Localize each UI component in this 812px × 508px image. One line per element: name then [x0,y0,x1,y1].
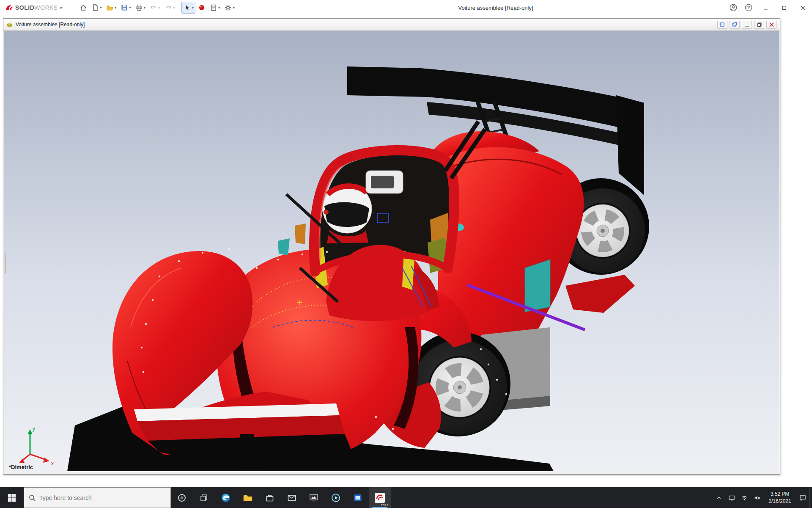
blue-window-icon [720,22,725,27]
home-button[interactable] [78,2,89,14]
close-icon [801,6,805,10]
dropdown-arrow-icon[interactable]: ▾ [173,6,175,10]
app-window-title: Voiture assemblee [Read-only] [458,0,533,15]
windows-taskbar: 2021 3:52 PM 2/16/2021 [0,487,812,508]
taskbar-app-photos[interactable] [303,487,325,508]
dropdown-arrow-icon[interactable]: ▾ [218,6,220,10]
volume-tray-button[interactable] [751,487,763,508]
document-title: Voiture assemblee [Read-only] [16,22,85,28]
hidden-icons-button[interactable] [713,487,725,508]
graphics-viewport[interactable]: x y *Dimetric [4,31,779,474]
blue-app-icon [353,493,363,503]
help-icon: ? [744,3,753,12]
solidworks-2021-icon [374,492,385,503]
windows-logo-icon [8,494,16,502]
taskbar-app-edge[interactable] [215,487,237,508]
document-window: Voiture assemblee [Read-only] [3,18,780,475]
clock-date: 2/16/2021 [768,498,791,505]
taskbar-app-mail[interactable] [281,487,303,508]
featuremanager-splitter[interactable] [4,254,6,273]
taskbar-app-store[interactable] [259,487,281,508]
help-button[interactable]: ? [741,0,756,15]
network-tray-button[interactable] [738,487,751,508]
close-button[interactable] [793,0,812,15]
task-view-button[interactable] [193,487,215,508]
display-icon [728,494,735,501]
file-properties-button[interactable]: ▾ [208,2,222,14]
solidworks-logo: SOLIDWORKS ▸ [0,4,67,11]
ds-logo-icon [5,4,14,11]
svg-text:?: ? [747,5,750,10]
options-button[interactable]: ▾ [222,2,236,14]
undo-icon [150,4,157,11]
display-tray-button[interactable] [725,487,738,508]
volume-muted-icon [754,494,760,501]
user-account-icon [729,3,738,12]
new-document-icon [91,4,99,11]
dropdown-arrow-icon[interactable]: ▾ [144,6,146,10]
search-input[interactable] [39,494,166,501]
minimize-icon [745,22,749,27]
dropdown-arrow-icon[interactable]: ▾ [129,6,131,10]
doc-restore-button[interactable] [754,21,764,29]
home-icon [80,4,87,11]
chevron-up-icon [716,495,722,501]
redo-button[interactable]: ▾ [163,2,177,14]
action-center-button[interactable] [796,487,809,508]
brand-text: SOLID [15,4,34,11]
edge-icon [221,493,231,503]
select-cursor-icon [183,4,191,11]
save-button[interactable]: ▾ [119,2,133,14]
cortana-icon [177,493,187,502]
dropdown-arrow-icon[interactable]: ▾ [100,6,102,10]
search-icon [28,494,36,502]
brand-expand-arrow-icon[interactable]: ▸ [60,5,63,10]
new-document-button[interactable]: ▾ [90,2,104,14]
view-orientation-label: *Dimetric [9,464,33,470]
save-icon [121,4,128,11]
file-properties-icon [210,4,217,11]
task-view-icon [200,494,208,502]
maximize-button[interactable] [775,0,793,15]
taskbar-app-window[interactable] [347,487,369,508]
quick-access-toolbar: ▾ ▾ ▾ ▾ ▾ ▾ [78,2,236,14]
doc-minimize-button[interactable] [742,21,752,29]
select-tool-button[interactable]: ▾ [181,2,195,14]
side-mirror[interactable] [366,171,403,193]
maximize-icon [782,6,787,10]
print-icon [135,4,143,11]
mail-icon [287,493,297,503]
document-titlebar[interactable]: Voiture assemblee [Read-only] [3,19,780,31]
start-button[interactable] [0,487,24,508]
system-tray [713,487,763,508]
print-button[interactable]: ▾ [134,2,148,14]
minimize-button[interactable] [756,0,775,15]
taskbar-app-solidworks[interactable]: 2021 [369,487,391,508]
photos-icon [309,493,319,503]
show-desktop-button[interactable] [809,487,812,508]
dropdown-arrow-icon[interactable]: ▾ [158,6,160,10]
dropdown-arrow-icon[interactable]: ▾ [192,6,194,10]
document-window-controls [717,21,780,29]
dropdown-arrow-icon[interactable]: ▾ [115,6,117,10]
taskbar-app-media[interactable] [325,487,347,508]
red-sphere-icon [198,4,206,11]
solidworks-app: SOLIDWORKS ▸ ▾ ▾ ▾ ▾ [0,0,812,508]
taskbar-clock[interactable]: 3:52 PM 2/16/2021 [763,487,796,508]
taskbar-app-file-explorer[interactable] [237,487,259,508]
app-titlebar-controls: ? [726,0,812,15]
account-button[interactable] [726,0,741,15]
assembly-icon [6,21,13,28]
store-icon [265,493,275,503]
taskbar-search[interactable] [24,487,171,508]
undo-button[interactable]: ▾ [148,2,162,14]
3d-viewport-scene[interactable]: x y [4,31,779,474]
dropdown-arrow-icon[interactable]: ▾ [233,6,235,10]
open-button[interactable]: ▾ [104,2,118,14]
window-right-button[interactable] [730,21,740,29]
render-tools-button[interactable] [196,2,207,14]
cortana-button[interactable] [171,487,193,508]
window-left-button[interactable] [717,21,727,29]
app-titlebar: SOLIDWORKS ▸ ▾ ▾ ▾ ▾ [0,0,812,15]
doc-close-button[interactable] [766,21,776,29]
